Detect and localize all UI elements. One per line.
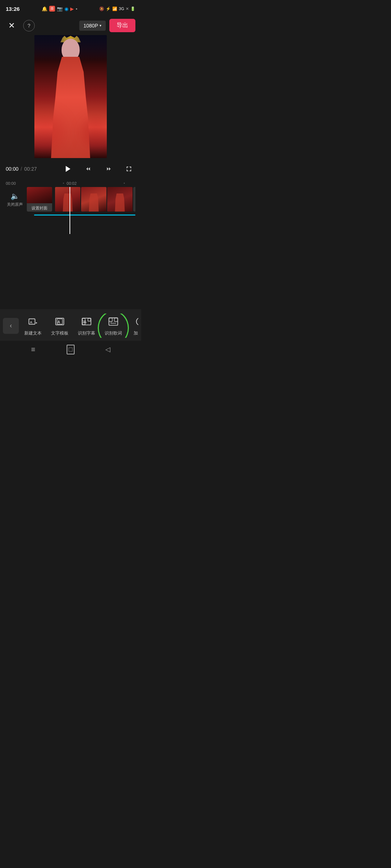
play-button[interactable] [62,162,75,175]
ruler-mark-mid: 00:02 [67,181,77,186]
nav-home-button[interactable]: □ [66,344,76,354]
nav-menu-button[interactable]: ≡ [28,344,38,354]
video-clips: + [55,187,135,212]
timeline-area: 00:00 • 00:02 • 🔈 关闭原声 设置封面 [0,178,141,233]
status-bar: 13:26 🔔 茶 📷 ◉ ▶ ● 🔕 ⚡ 📶 3G ✕ 🔋 [0,0,141,16]
video-clip-1[interactable] [55,187,80,212]
clip-track-line [34,214,135,216]
help-icon: ? [28,23,30,29]
toolbar-item-new-text[interactable]: A 新建文本 [20,314,46,338]
resolution-label: 1080P [84,23,98,29]
audio-icon: 🔈 [10,192,20,200]
toolbar-item-add-sticker[interactable]: 加贴纸 [127,314,138,338]
text-template-icon: A [53,315,66,328]
toolbar-back-button[interactable]: ‹ [3,318,19,334]
toolbar-scroll: ‹ A 新建文本 [0,314,141,338]
home-icon: □ [67,345,75,354]
close-icon: ✕ [8,22,15,30]
text-template-label: 文字模板 [51,330,68,336]
system-nav-bar: ≡ □ ◁ [0,341,141,360]
add-clip-button[interactable]: + [133,187,135,212]
audio-label[interactable]: 关闭原声 [7,202,23,207]
nav-back-button[interactable]: ◁ [103,344,113,354]
close-button[interactable]: ✕ [6,20,17,31]
back-chevron-icon: ‹ [10,322,12,329]
export-button[interactable]: 导出 [109,19,135,32]
notification-icons: 🔔 茶 📷 ◉ ▶ ● [42,6,77,12]
status-time: 13:26 [6,6,20,12]
toolbar-right: 1080P ▾ 导出 [79,19,135,32]
add-sticker-label: 加贴纸 [134,330,138,336]
bottom-toolbar: ‹ A 新建文本 [0,309,141,341]
menu-icon: ≡ [31,345,35,354]
cover-thumbnail [27,187,52,203]
video-content [34,35,107,158]
new-text-label: 新建文本 [24,330,42,336]
timeline-spacer [0,233,141,266]
time-display: 00:00 / 00:27 [6,166,37,172]
cover-label: 设置封面 [31,205,47,212]
fullscreen-button[interactable] [122,162,135,175]
video-preview [0,35,141,159]
nav-back-icon: ◁ [105,345,110,353]
recognize-lyrics-icon: ♪ [107,315,120,328]
svg-text:A: A [57,320,60,324]
time-separator: / [21,166,22,172]
timeline-ruler: 00:00 • 00:02 • [0,181,141,186]
chevron-down-icon: ▾ [100,24,101,27]
controls-center [62,162,135,175]
rewind-button[interactable] [82,162,95,175]
total-time: 00:27 [24,166,37,172]
ruler-mark-start: 00:00 [6,181,16,186]
cover-clip[interactable]: 设置封面 [27,187,52,212]
forward-button[interactable] [102,162,115,175]
status-icons: 🔕 ⚡ 📶 3G ✕ 🔋 [99,7,135,11]
timeline-cursor [70,187,70,234]
video-controls: 00:00 / 00:27 [0,159,141,178]
new-text-icon: A [26,315,39,328]
svg-text:A: A [30,320,33,324]
timeline-tracks: 🔈 关闭原声 设置封面 [0,187,141,230]
audio-icon-area: 🔈 关闭原声 [6,192,24,207]
svg-marker-0 [66,166,71,172]
help-button[interactable]: ? [23,20,35,31]
toolbar-item-recognize-lyrics[interactable]: ♪ 识别歌词 [101,314,126,338]
audio-track: 🔈 关闭原声 设置封面 [6,187,135,212]
toolbar-item-recognize-subtitle[interactable]: A 识别字幕 [74,314,99,338]
recognize-subtitle-label: 识别字幕 [78,330,95,336]
video-frame [34,35,107,158]
svg-rect-8 [82,318,91,325]
toolbar-item-text-template[interactable]: A 文字模板 [47,314,72,338]
recognize-lyrics-label: 识别歌词 [105,330,122,336]
svg-point-18 [136,318,138,326]
recognize-subtitle-icon: A [80,315,93,328]
add-sticker-icon [134,315,138,328]
video-clip-2[interactable] [81,187,106,212]
resolution-button[interactable]: 1080P ▾ [79,21,106,31]
top-toolbar: ✕ ? 1080P ▾ 导出 [0,16,141,35]
toolbar-items: A 新建文本 A 文字模板 [20,314,138,338]
current-time: 00:00 [6,166,18,172]
svg-rect-16 [114,318,118,322]
svg-rect-11 [88,319,91,322]
toolbar-left: ✕ ? [6,20,35,31]
video-clip-3[interactable] [107,187,133,212]
